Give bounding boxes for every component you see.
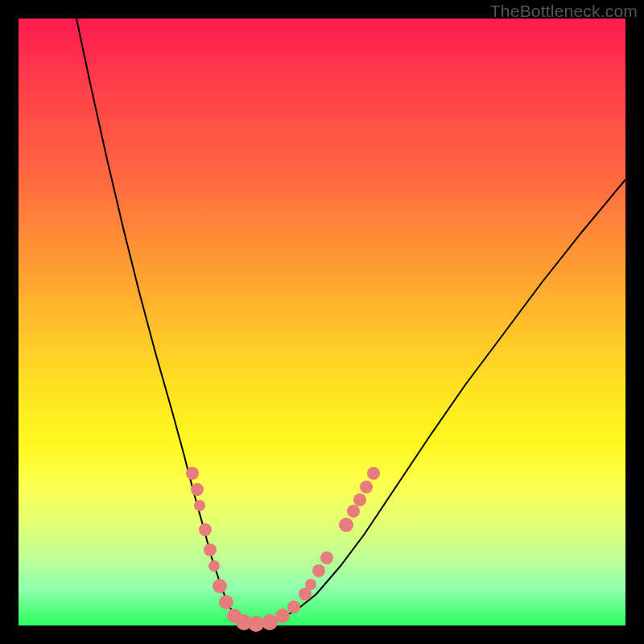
outer-frame: TheBottleneck.com — [0, 0, 644, 644]
curve-marker — [305, 579, 316, 590]
curve-marker — [262, 614, 278, 630]
curve-marker — [360, 481, 373, 493]
curve-marker — [353, 493, 366, 506]
curve-marker — [367, 467, 380, 480]
watermark-text: TheBottleneck.com — [490, 2, 638, 21]
bottleneck-curve — [76, 19, 625, 624]
curve-markers — [186, 467, 380, 632]
curve-marker — [219, 595, 233, 609]
plot-area — [19, 19, 625, 625]
chart-svg — [19, 19, 625, 625]
curve-marker — [194, 500, 205, 511]
curve-marker — [312, 564, 325, 577]
curve-marker — [347, 505, 360, 518]
curve-marker — [248, 616, 264, 632]
curve-marker — [287, 601, 300, 613]
curve-marker — [213, 579, 227, 593]
curve-marker — [339, 518, 353, 532]
curve-marker — [191, 483, 204, 496]
curve-marker — [275, 609, 290, 623]
curve-marker — [186, 467, 199, 480]
curve-marker — [320, 551, 333, 564]
curve-marker — [204, 543, 217, 556]
curve-marker — [199, 523, 212, 536]
curve-marker — [208, 560, 220, 572]
